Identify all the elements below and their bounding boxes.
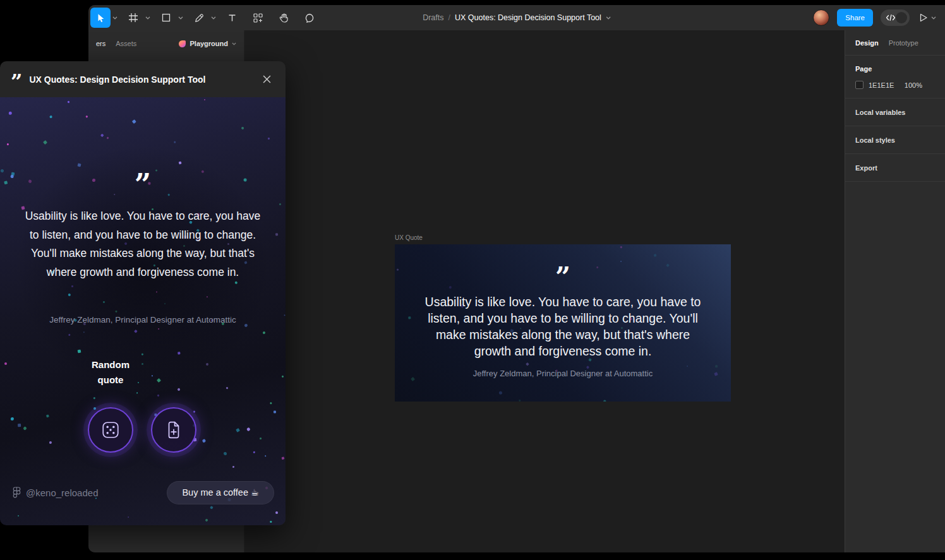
pen-icon bbox=[194, 13, 205, 23]
breadcrumb-separator: / bbox=[448, 13, 450, 22]
toolbar: Drafts / UX Quotes: Design Decision Supp… bbox=[88, 5, 945, 30]
random-quote-label: Random quote bbox=[87, 357, 135, 388]
toggle-knob bbox=[896, 12, 907, 23]
share-button[interactable]: Share bbox=[837, 9, 873, 27]
chevron-down-icon[interactable] bbox=[112, 16, 117, 20]
chevron-down-icon bbox=[232, 42, 236, 45]
plugin-content: ” Usability is like love. You have to ca… bbox=[0, 97, 286, 525]
chevron-down-icon[interactable] bbox=[211, 16, 216, 20]
breadcrumb: Drafts / UX Quotes: Design Decision Supp… bbox=[423, 5, 611, 30]
author-handle: @keno_reloaded bbox=[26, 487, 98, 498]
text-icon bbox=[227, 13, 237, 23]
add-quote-button[interactable] bbox=[151, 407, 196, 453]
playground-icon bbox=[179, 40, 186, 47]
quote-text: Usability is like love. You have to care… bbox=[420, 294, 706, 359]
page-color-row: 1E1E1E 100% bbox=[855, 81, 935, 89]
comment-icon bbox=[304, 13, 315, 23]
section-local-styles[interactable]: Local styles bbox=[845, 126, 945, 154]
canvas[interactable]: UX Quote ” Usability is like love. You h… bbox=[244, 30, 845, 552]
hand-icon bbox=[279, 13, 289, 23]
quote-mark-glyph: ” bbox=[555, 268, 570, 286]
plugin-header[interactable]: ” UX Quotes: Design Decision Support Too… bbox=[0, 61, 286, 97]
hand-tool-button[interactable] bbox=[274, 8, 294, 28]
chevron-down-icon[interactable] bbox=[606, 16, 611, 20]
frame-label[interactable]: UX Quote bbox=[395, 234, 423, 241]
tab-layers[interactable]: ers bbox=[96, 40, 105, 47]
present-button[interactable] bbox=[917, 12, 936, 23]
tool-group bbox=[90, 8, 325, 28]
frame-tool-button[interactable] bbox=[123, 8, 143, 28]
random-quote-button[interactable] bbox=[88, 407, 133, 453]
tab-design[interactable]: Design bbox=[855, 39, 879, 47]
right-sidebar: Design Prototype Page 1E1E1E 100% Local … bbox=[845, 30, 945, 552]
quote-mark-icon: ” bbox=[11, 72, 22, 87]
section-local-variables[interactable]: Local variables bbox=[845, 98, 945, 126]
chevron-down-icon[interactable] bbox=[931, 16, 936, 20]
right-sidebar-tabs: Design Prototype bbox=[845, 30, 945, 56]
chevron-down-icon[interactable] bbox=[145, 16, 150, 20]
section-export[interactable]: Export bbox=[845, 154, 945, 182]
buy-me-a-coffee-button[interactable]: Buy me a coffee ☕ bbox=[167, 481, 274, 504]
plugin-footer: @keno_reloaded Buy me a coffee ☕ bbox=[13, 480, 274, 505]
dev-mode-toggle[interactable] bbox=[881, 9, 910, 26]
close-icon bbox=[263, 75, 271, 83]
close-button[interactable] bbox=[258, 71, 275, 88]
page-section: Page 1E1E1E 100% bbox=[845, 56, 945, 98]
breadcrumb-drafts[interactable]: Drafts bbox=[423, 13, 443, 22]
pen-tool-button[interactable] bbox=[189, 8, 209, 28]
opacity-value[interactable]: 100% bbox=[905, 81, 922, 89]
move-tool-button[interactable] bbox=[90, 8, 111, 28]
shape-tool-button[interactable] bbox=[156, 8, 176, 28]
plugin-window: ” UX Quotes: Design Decision Support Too… bbox=[0, 61, 286, 525]
color-swatch[interactable] bbox=[855, 81, 864, 89]
code-icon bbox=[886, 14, 896, 21]
tab-prototype[interactable]: Prototype bbox=[889, 39, 918, 47]
left-sidebar-tabs: ers Assets Playground bbox=[88, 30, 244, 57]
quote-mark-glyph: ” bbox=[0, 172, 286, 197]
rectangle-icon bbox=[161, 13, 171, 23]
quote-attribution: Jeffrey Zeldman, Principal Designer at A… bbox=[473, 369, 653, 378]
tab-assets[interactable]: Assets bbox=[116, 40, 136, 47]
breadcrumb-file-title[interactable]: UX Quotes: Design Decision Support Tool bbox=[455, 13, 601, 22]
quote-attribution: Jeffrey Zeldman, Principal Designer at A… bbox=[13, 315, 273, 325]
file-plus-icon bbox=[164, 420, 183, 439]
ux-quote-frame[interactable]: ” Usability is like love. You have to ca… bbox=[395, 244, 731, 402]
frame-icon bbox=[128, 12, 139, 23]
text-tool-button[interactable] bbox=[222, 8, 242, 28]
quote-card-content: ” Usability is like love. You have to ca… bbox=[395, 244, 731, 402]
plugin-title: UX Quotes: Design Decision Support Tool bbox=[29, 74, 205, 85]
page-section-label: Page bbox=[855, 65, 935, 73]
page-selector[interactable]: Playground bbox=[179, 40, 236, 47]
author-credit-link[interactable]: @keno_reloaded bbox=[13, 487, 98, 499]
quote-text: Usability is like love. You have to care… bbox=[19, 207, 267, 282]
comment-tool-button[interactable] bbox=[299, 8, 320, 28]
actions-tool-button[interactable] bbox=[248, 8, 268, 28]
color-hex-value[interactable]: 1E1E1E bbox=[869, 81, 894, 89]
cursor-icon bbox=[95, 13, 105, 23]
chevron-down-icon[interactable] bbox=[178, 16, 183, 20]
plugin-body: ” Usability is like love. You have to ca… bbox=[0, 97, 286, 525]
actions-icon bbox=[253, 13, 263, 23]
play-icon bbox=[917, 12, 929, 23]
figma-logo-icon bbox=[13, 487, 21, 499]
toolbar-right: Share bbox=[813, 9, 936, 27]
avatar[interactable] bbox=[813, 9, 829, 26]
dice-icon bbox=[100, 420, 121, 440]
page-name: Playground bbox=[190, 40, 228, 47]
